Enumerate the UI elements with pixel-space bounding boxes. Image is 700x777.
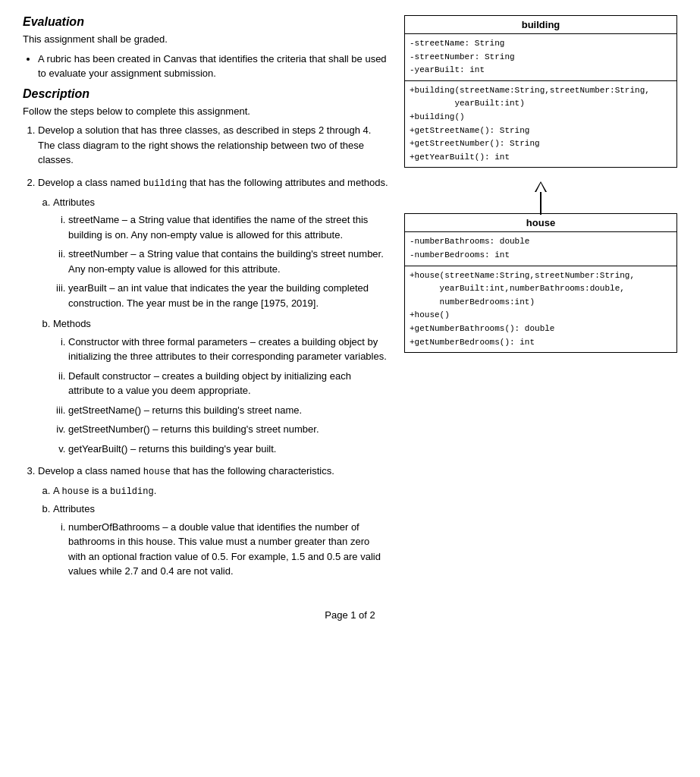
step-1: Develop a solution that has three classe… [38, 123, 389, 168]
house-attr-1: -numberBathrooms: double [410, 235, 672, 249]
steps-list: Develop a solution that has three classe… [38, 123, 389, 579]
step-2-attr-items: streetName – a String value that identif… [68, 212, 389, 310]
building-uml-title: building [405, 16, 676, 34]
step-2-text-before: Develop a class named [38, 177, 143, 188]
house-method-2: yearBuilt:int,numberBathrooms:double, [410, 282, 672, 296]
arrow-line [540, 192, 541, 215]
left-column: Evaluation This assignment shall be grad… [23, 15, 389, 587]
step-2-sublist: Attributes streetName – a String value t… [53, 195, 389, 457]
building-method-1: +building(streetName:String,streetNumber… [410, 84, 672, 98]
page-footer: Page 1 of 2 [23, 609, 677, 621]
description-intro: Follow the steps below to complete this … [23, 104, 389, 119]
building-uml-box: building -streetName: String -streetNumb… [404, 15, 677, 168]
house-uml-methods: +house(streetName:String,streetNumber:St… [405, 266, 676, 353]
step-2-attr-1-text: streetName – a String value that identif… [68, 214, 368, 241]
step-2-attr-1: streetName – a String value that identif… [68, 212, 389, 242]
step-2-attributes: Attributes streetName – a String value t… [53, 195, 389, 311]
building-method-4: +getStreetName(): String [410, 124, 672, 138]
building-uml-attributes: -streetName: String -streetNumber: Strin… [405, 34, 676, 81]
evaluation-bullet: A rubric has been created in Canvas that… [38, 52, 389, 81]
step-2-attributes-label: Attributes [53, 197, 95, 208]
step-2-attr-2-text: streetNumber – a String value that conta… [68, 248, 384, 275]
step-3-is-a: A house is a building. [53, 483, 389, 499]
evaluation-list: A rubric has been created in Canvas that… [38, 52, 389, 81]
inheritance-arrow [404, 183, 677, 213]
step-3-text-before: Develop a class named [38, 465, 143, 477]
building-attr-3: -yearBuilt: int [410, 64, 672, 77]
building-method-6: +getYearBuilt(): int [410, 151, 672, 165]
building-method-5: +getStreetNumber(): String [410, 137, 672, 151]
step-1-text: Develop a solution that has three classe… [38, 124, 371, 165]
step-3-is-a-label3: . [154, 485, 157, 496]
evaluation-intro: This assignment shall be graded. [23, 32, 389, 47]
house-uml: house -numberBathrooms: double -numberBe… [404, 213, 677, 353]
step-3-attr-items: numberOfBathrooms – a double value that … [68, 520, 389, 579]
house-method-6: +getNumberBedrooms(): int [410, 336, 672, 350]
step-2-method-5: getYearBuilt() – returns this building's… [68, 442, 389, 457]
step-3-code: house [143, 467, 171, 477]
step-2-method-2: Default constructor – creates a building… [68, 369, 389, 398]
step-2-method-3-text: getStreetName() – returns this building'… [68, 404, 302, 416]
step-3-sublist: A house is a building. Attributes number… [53, 483, 389, 579]
page-number: Page 1 of 2 [325, 609, 375, 621]
house-uml-title: house [405, 214, 676, 232]
step-3-building-code: building [110, 486, 154, 497]
step-3: Develop a class named house that has the… [38, 464, 389, 579]
building-uml-methods: +building(streetName:String,streetNumber… [405, 81, 676, 168]
step-2-method-items: Constructor with three formal parameters… [68, 335, 389, 457]
step-2-methods: Methods Constructor with three formal pa… [53, 316, 389, 456]
building-method-2: yearBuilt:int) [410, 97, 672, 111]
step-2-method-4: getStreetNumber() – returns this buildin… [68, 422, 389, 437]
step-2-code: building [143, 178, 187, 189]
step-3-attributes: Attributes numberOfBathrooms – a double … [53, 502, 389, 579]
house-attr-2: -numberBedrooms: int [410, 249, 672, 263]
step-2-text-after: that has the following attributes and me… [187, 177, 388, 188]
house-uml-attributes: -numberBathrooms: double -numberBedrooms… [405, 232, 676, 266]
description-title: Description [23, 87, 389, 101]
step-3-attributes-label: Attributes [53, 503, 95, 514]
step-2-method-1: Constructor with three formal parameters… [68, 335, 389, 364]
step-2-attr-3: yearBuilt – an int value that indicates … [68, 281, 389, 310]
step-2-method-5-text: getYearBuilt() – returns this building's… [68, 443, 276, 455]
building-uml: building -streetName: String -streetNumb… [404, 15, 677, 168]
house-uml-box: house -numberBathrooms: double -numberBe… [404, 213, 677, 353]
arrow-triangle [535, 181, 547, 192]
house-method-1: +house(streetName:String,streetNumber:St… [410, 269, 672, 283]
step-2-method-4-text: getStreetNumber() – returns this buildin… [68, 423, 319, 435]
house-method-5: +getNumberBathrooms(): double [410, 322, 672, 336]
step-2-attr-3-text: yearBuilt – an int value that indicates … [68, 282, 369, 309]
building-attr-2: -streetNumber: String [410, 51, 672, 64]
step-2-method-2-text: Default constructor – creates a building… [68, 370, 351, 397]
step-2-method-3: getStreetName() – returns this building'… [68, 403, 389, 418]
step-3-house-code: house [62, 486, 89, 497]
evaluation-title: Evaluation [23, 15, 389, 29]
step-3-attr-1-text: numberOfBathrooms – a double value that … [68, 521, 381, 577]
right-column: building -streetName: String -streetNumb… [404, 15, 677, 587]
step-2-attr-2: streetNumber – a String value that conta… [68, 247, 389, 276]
step-3-is-a-label: A [53, 485, 62, 496]
step-2: Develop a class named building that has … [38, 175, 389, 457]
step-3-is-a-label2: is a [89, 485, 110, 496]
page-container: Evaluation This assignment shall be grad… [23, 15, 677, 587]
step-3-text-after: that has the following characteristics. [171, 465, 334, 477]
house-method-3: numberBedrooms:int) [410, 296, 672, 310]
step-2-methods-label: Methods [53, 318, 91, 329]
step-3-attr-1: numberOfBathrooms – a double value that … [68, 520, 389, 579]
building-method-3: +building() [410, 111, 672, 124]
building-attr-1: -streetName: String [410, 37, 672, 51]
house-method-4: +house() [410, 309, 672, 322]
step-2-method-1-text: Constructor with three formal parameters… [68, 336, 387, 363]
